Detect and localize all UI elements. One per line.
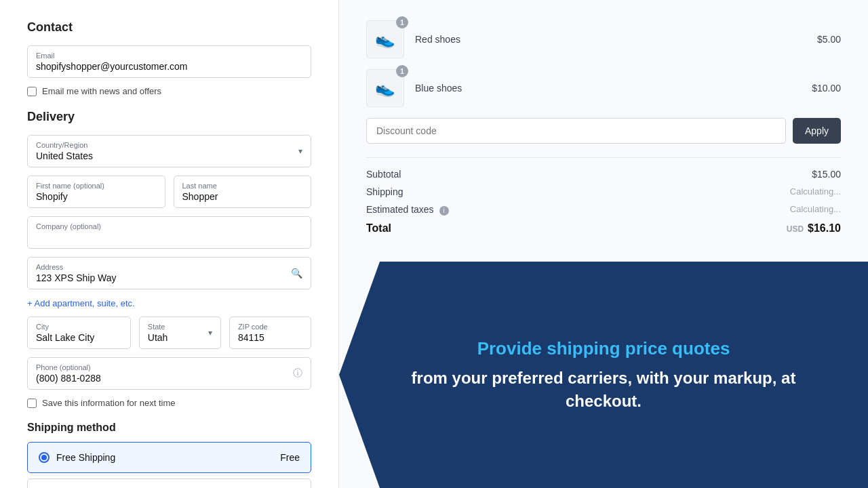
- total-right: USD $16.10: [787, 222, 841, 235]
- last-name-field[interactable]: [182, 191, 303, 202]
- subtotal-value: $15.00: [812, 169, 841, 180]
- zip-wrapper: ZIP code: [229, 317, 311, 349]
- product-item: 👟 1 Blue shoes $10.00: [366, 69, 841, 107]
- shipping-options: Free Shipping Free 2 Day Shipping $10.00…: [27, 442, 311, 488]
- country-select[interactable]: United States: [36, 150, 302, 161]
- address-wrapper: Address 🔍: [27, 257, 311, 289]
- apply-button[interactable]: Apply: [793, 118, 841, 144]
- email-label: Email: [36, 52, 302, 60]
- save-info-checkbox[interactable]: [27, 399, 37, 408]
- shipping-option-free[interactable]: Free Shipping Free: [27, 442, 311, 473]
- total-value: $16.10: [808, 222, 841, 235]
- state-select[interactable]: Utah: [148, 332, 212, 343]
- save-info-label: Save this information for next time: [42, 398, 176, 408]
- shipping-line: Shipping Calculating...: [366, 186, 841, 197]
- info-icon[interactable]: ⓘ: [293, 367, 302, 380]
- order-summary: 👟 1 Red shoes $5.00 👟 1 Blue shoes $10.0…: [339, 0, 868, 262]
- promo-line1: Provide shipping price quotes: [393, 338, 814, 361]
- shipping-option-2day[interactable]: 2 Day Shipping $10.00: [27, 479, 311, 488]
- email-checkbox-row: Email me with news and offers: [27, 86, 311, 96]
- state-wrapper: State Utah ▾: [139, 317, 221, 349]
- country-group: Country/Region United States ▾: [27, 135, 311, 167]
- phone-wrapper: Phone (optional) ⓘ: [27, 357, 311, 390]
- promo-banner: Provide shipping price quotes from your …: [339, 262, 868, 488]
- total-line: Total USD $16.10: [366, 222, 841, 235]
- total-currency: USD: [787, 224, 804, 234]
- taxes-line: Estimated taxes i Calculating...: [366, 204, 841, 216]
- product-badge: 1: [396, 16, 408, 28]
- zip-label: ZIP code: [238, 323, 302, 331]
- add-apartment-link[interactable]: + Add apartment, suite, etc.: [27, 298, 135, 308]
- delivery-title: Delivery: [27, 110, 311, 124]
- shipping-option-left: Free Shipping: [39, 452, 115, 463]
- country-wrapper: Country/Region United States ▾: [27, 135, 311, 167]
- name-row: First name (optional) Last name: [27, 176, 311, 208]
- address-field[interactable]: [36, 272, 302, 283]
- phone-field[interactable]: [36, 373, 302, 384]
- discount-input[interactable]: [366, 118, 786, 144]
- phone-label: Phone (optional): [36, 363, 302, 371]
- city-label: City: [36, 323, 122, 331]
- taxes-info-icon[interactable]: i: [439, 206, 449, 216]
- shipping-option-label: Free Shipping: [56, 452, 115, 463]
- email-field[interactable]: [36, 61, 302, 72]
- shipping-value: Calculating...: [790, 186, 841, 197]
- city-wrapper: City: [27, 317, 131, 349]
- left-panel: Contact Email Email me with news and off…: [0, 0, 339, 488]
- taxes-value: Calculating...: [790, 204, 841, 216]
- last-name-label: Last name: [182, 182, 303, 190]
- country-label: Country/Region: [36, 141, 302, 149]
- product-name: Red shoes: [415, 34, 806, 45]
- address-group: Address 🔍: [27, 257, 311, 289]
- discount-row: Apply: [366, 118, 841, 144]
- phone-group: Phone (optional) ⓘ: [27, 357, 311, 390]
- email-checkbox-label: Email me with news and offers: [42, 86, 161, 96]
- first-name-label: First name (optional): [36, 182, 157, 190]
- last-name-wrapper: Last name: [174, 176, 312, 208]
- promo-content: Provide shipping price quotes from your …: [339, 338, 868, 413]
- save-info-row: Save this information for next time: [27, 398, 311, 408]
- radio-circle: [39, 452, 50, 463]
- company-group: Company (optional): [27, 216, 311, 249]
- company-field[interactable]: [36, 232, 302, 243]
- summary-lines: Subtotal $15.00 Shipping Calculating... …: [366, 157, 841, 235]
- shipping-method-title: Shipping method: [27, 422, 311, 434]
- company-wrapper: Company (optional): [27, 216, 311, 249]
- search-icon: 🔍: [291, 268, 302, 279]
- product-image-wrapper: 👟 1: [366, 20, 404, 58]
- product-name: Blue shoes: [415, 83, 801, 94]
- zip-field[interactable]: [238, 332, 302, 343]
- shipping-option-price: Free: [280, 452, 300, 463]
- first-name-field[interactable]: [36, 191, 157, 202]
- city-field[interactable]: [36, 332, 122, 343]
- subtotal-label: Subtotal: [366, 169, 401, 180]
- first-name-wrapper: First name (optional): [27, 176, 165, 208]
- products-list: 👟 1 Red shoes $5.00 👟 1 Blue shoes $10.0…: [366, 20, 841, 107]
- product-price: $10.00: [812, 83, 841, 94]
- total-label: Total: [366, 222, 391, 235]
- city-state-zip-row: City State Utah ▾ ZIP code: [27, 317, 311, 349]
- radio-dot: [41, 455, 47, 460]
- company-label: Company (optional): [36, 222, 302, 230]
- taxes-label: Estimated taxes i: [366, 204, 449, 216]
- product-item: 👟 1 Red shoes $5.00: [366, 20, 841, 58]
- address-label: Address: [36, 263, 302, 271]
- product-price: $5.00: [817, 34, 841, 45]
- product-badge: 1: [396, 65, 408, 77]
- right-panel: 👟 1 Red shoes $5.00 👟 1 Blue shoes $10.0…: [339, 0, 868, 488]
- email-wrapper: Email: [27, 45, 311, 78]
- state-label: State: [148, 323, 212, 331]
- product-image-wrapper: 👟 1: [366, 69, 404, 107]
- shipping-label: Shipping: [366, 186, 403, 197]
- promo-line2: from your preferred carriers, with your …: [393, 367, 814, 412]
- subtotal-line: Subtotal $15.00: [366, 169, 841, 180]
- contact-section: Contact Email: [27, 20, 311, 78]
- contact-title: Contact: [27, 20, 311, 35]
- email-checkbox[interactable]: [27, 87, 37, 96]
